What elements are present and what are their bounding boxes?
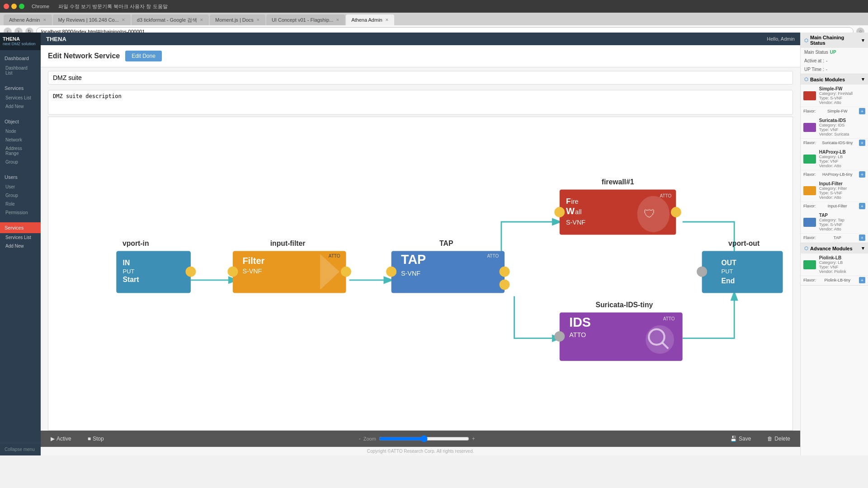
haproxy-add-button[interactable]: +: [859, 171, 865, 178]
stop-button[interactable]: ■ Stop: [85, 434, 107, 444]
advance-modules-header[interactable]: ⬡ Advance Modules ▾: [801, 243, 868, 253]
delete-label: Delete: [774, 436, 790, 442]
svg-text:Start: Start: [123, 276, 140, 283]
sidebar-label-services-list-bottom: Services List: [5, 235, 35, 240]
sidebar-item-permission[interactable]: Permission: [0, 208, 41, 217]
input-filter-panel-info: Input-Filter Category: Filter Type: S-VN…: [819, 181, 847, 200]
suricata-node[interactable]: Suricata-IDS-tiny IDS ATTO ATTO: [554, 301, 682, 361]
input-filter-node[interactable]: input-filter Filter S-VNF ATTO: [227, 239, 351, 293]
tap-out-port-bottom[interactable]: [500, 279, 510, 290]
tab-6[interactable]: Athena Admin ✕: [346, 14, 394, 25]
tab-3[interactable]: d3 tickformat - Google 검색 ✕: [132, 14, 209, 25]
delete-button[interactable]: 🗑 Delete: [764, 434, 793, 444]
active-button[interactable]: ▶ Active: [48, 434, 74, 444]
tab-6-close[interactable]: ✕: [385, 18, 389, 22]
sidebar-item-users[interactable]: Users: [0, 172, 41, 183]
sidebar-label-services-bottom: Services: [5, 225, 36, 230]
sidebar-item-dashboard-list[interactable]: Dashboard List: [0, 64, 41, 77]
app-name: THENA: [3, 36, 38, 42]
tap-in-port[interactable]: [386, 267, 396, 277]
tab-2[interactable]: My Reviews | 106.248 Co... ✕: [53, 14, 131, 25]
vport-in-out-port[interactable]: [185, 267, 196, 277]
simple-fw-add-button[interactable]: +: [859, 108, 865, 114]
input-filter-in-port[interactable]: [227, 267, 238, 277]
suricata-add-button[interactable]: +: [859, 140, 865, 146]
tab-5[interactable]: UI Concept v01 - Flagship... ✕: [266, 14, 345, 25]
sidebar-collapse[interactable]: Collapse menu: [0, 443, 41, 455]
svg-text:IN: IN: [123, 259, 130, 267]
sidebar-item-addnew-top[interactable]: Add New: [0, 102, 41, 111]
tab-2-close[interactable]: ✕: [122, 18, 125, 22]
save-button[interactable]: 💾 Save: [727, 434, 754, 444]
tab-4[interactable]: Moment.js | Docs ✕: [210, 14, 265, 25]
basic-modules-header[interactable]: ⬡ Basic Modules ▾: [801, 74, 868, 84]
tab-5-close[interactable]: ✕: [336, 18, 340, 22]
zoom-slider[interactable]: [379, 435, 469, 442]
module-piolink[interactable]: Piolink-LB Category: LB Type: VNF Vendor…: [801, 253, 868, 276]
tab-3-close[interactable]: ✕: [200, 18, 203, 22]
active-at-value: -: [826, 58, 827, 63]
sidebar-item-node[interactable]: Node: [0, 127, 41, 136]
sidebar-item-address-range[interactable]: Address Range: [0, 144, 41, 158]
traffic-lights[interactable]: [4, 4, 24, 9]
service-name-input[interactable]: [48, 71, 793, 84]
simple-fw-name: Simple-FW: [819, 86, 853, 91]
sidebar-item-group[interactable]: Group: [0, 158, 41, 166]
sidebar-item-role[interactable]: Role: [0, 200, 41, 208]
page-header: Edit Network Service Edit Done: [41, 45, 800, 67]
minimize-button[interactable]: [11, 4, 17, 9]
canvas-area[interactable]: vport-in IN PUT Start input-filter Filte…: [48, 117, 793, 431]
sidebar-item-services-list-bottom[interactable]: Services List: [0, 233, 41, 242]
module-simple-fw[interactable]: Simple-FW Category: FireWall Type: S-VNF…: [801, 84, 868, 107]
firewall-node[interactable]: firewall#1 F ire W all S-VNF 🛡 ATTO: [554, 178, 681, 235]
status-value: UP: [830, 50, 836, 55]
suricata-type: Type: VNF: [819, 127, 849, 132]
vport-in-node[interactable]: vport-in IN PUT Start: [116, 239, 196, 293]
sidebar-item-group-user[interactable]: Group: [0, 191, 41, 200]
sidebar-item-object[interactable]: Object: [0, 116, 41, 127]
suricata-category: Category: IDS: [819, 123, 849, 127]
zoom-plus[interactable]: +: [472, 436, 475, 442]
haproxy-info: HAProxy-LB Category: LB Type: VNF Vendor…: [819, 150, 846, 168]
input-filter-panel-name: Input-Filter: [819, 181, 847, 186]
sidebar-item-services-top[interactable]: Services: [0, 83, 41, 94]
sidebar-item-addnew-bottom[interactable]: Add New: [0, 242, 41, 250]
input-filter-category: Category: Filter: [819, 186, 847, 191]
sidebar-item-dashboard[interactable]: Dashboard: [0, 53, 41, 64]
sidebar-item-services-list-top[interactable]: Services List: [0, 94, 41, 102]
play-icon: ▶: [51, 436, 55, 442]
input-filter-out-port[interactable]: [341, 267, 351, 277]
module-suricata-ids[interactable]: Suricata-IDS Category: IDS Type: VNF Ven…: [801, 116, 868, 139]
edit-done-button[interactable]: Edit Done: [125, 51, 162, 61]
sidebar-item-services-bottom[interactable]: Services: [0, 222, 41, 233]
input-filter-add-button[interactable]: +: [859, 203, 865, 209]
vport-out-in-port[interactable]: [697, 267, 707, 277]
module-tap[interactable]: TAP Category: Tap Type: S-VNF Vendor: At…: [801, 211, 868, 234]
sidebar-label-node: Node: [5, 129, 35, 134]
vport-out-node[interactable]: vport-out OUT PUT End: [697, 239, 783, 293]
sidebar-item-network[interactable]: Network: [0, 136, 41, 144]
delete-icon: 🗑: [767, 436, 773, 442]
advance-modules-title: Advance Modules: [810, 246, 853, 251]
suricata-in-port[interactable]: [554, 331, 565, 342]
close-button[interactable]: [4, 4, 9, 9]
tab-1[interactable]: Athene Admin ✕: [4, 14, 52, 25]
sidebar-item-user[interactable]: User: [0, 183, 41, 191]
firewall-in-port[interactable]: [554, 207, 565, 217]
firewall-out-port[interactable]: [671, 207, 681, 217]
main-status-header[interactable]: ⬡ Main Chaining Status ▾: [801, 33, 868, 48]
maximize-button[interactable]: [19, 4, 24, 9]
tap-vendor: Vendor: Atto: [819, 227, 844, 231]
suricata-thumb: [803, 123, 816, 132]
tab-4-close[interactable]: ✕: [256, 18, 260, 22]
module-input-filter[interactable]: Input-Filter Category: Filter Type: S-VN…: [801, 179, 868, 202]
piolink-add-button[interactable]: +: [859, 277, 865, 283]
service-description-textarea[interactable]: DMZ suite description: [48, 90, 793, 115]
tap-node[interactable]: TAP TAP S-VNF ATTO: [386, 239, 509, 293]
tab-1-close[interactable]: ✕: [43, 18, 47, 22]
tap-out-port-top[interactable]: [500, 267, 510, 277]
zoom-minus[interactable]: -: [359, 436, 361, 442]
tap-type: Type: S-VNF: [819, 222, 844, 227]
tap-add-button[interactable]: +: [859, 235, 865, 241]
module-haproxy[interactable]: HAProxy-LB Category: LB Type: VNF Vendor…: [801, 148, 868, 170]
